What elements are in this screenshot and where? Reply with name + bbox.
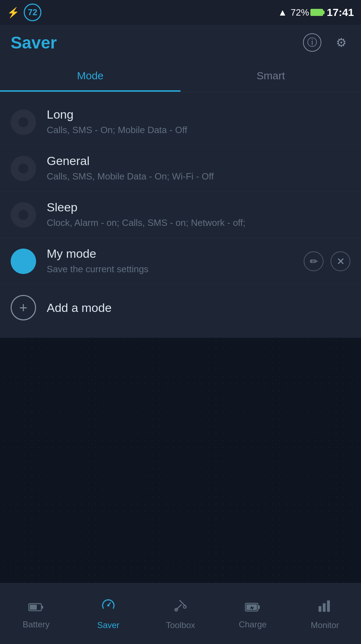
mode-desc-mymode: Save the current settings xyxy=(47,263,293,275)
radio-inner xyxy=(18,164,28,173)
mode-item-long[interactable]: Long Calls, SMS - On; Mobile Data - Off xyxy=(0,99,361,145)
mode-text-long: Long Calls, SMS - On; Mobile Data - Off xyxy=(47,108,350,136)
add-mode-label: Add a mode xyxy=(47,301,111,315)
delete-mode-button[interactable]: ✕ xyxy=(331,251,350,271)
monitor-nav-icon xyxy=(317,598,333,617)
plus-icon: + xyxy=(19,300,27,316)
mode-text-general: General Calls, SMS, Mobile Data - On; Wi… xyxy=(47,154,350,183)
app-bar-actions: ⓘ ⚙ xyxy=(303,33,350,52)
radio-long[interactable] xyxy=(11,109,36,135)
radio-mymode[interactable] xyxy=(11,249,36,274)
nav-toolbox-label: Toolbox xyxy=(166,620,195,630)
status-bar: ⚡ 72 ▲ 72% 17:41 xyxy=(0,0,361,25)
battery-status: 72% xyxy=(291,7,323,18)
mode-desc-general: Calls, SMS, Mobile Data - On; Wi-Fi - Of… xyxy=(47,170,350,183)
nav-toolbox[interactable]: Toolbox xyxy=(144,583,217,644)
radio-general[interactable] xyxy=(11,156,36,181)
nav-saver-label: Saver xyxy=(97,620,120,630)
radio-inner xyxy=(18,210,28,220)
nav-charge[interactable]: Charge xyxy=(217,583,289,644)
mymode-actions: ✏ ✕ xyxy=(304,251,350,271)
mode-desc-long: Calls, SMS - On; Mobile Data - Off xyxy=(47,124,350,136)
svg-rect-15 xyxy=(327,600,330,612)
nav-saver[interactable]: Saver xyxy=(72,583,144,644)
svg-line-5 xyxy=(176,605,181,610)
svg-point-4 xyxy=(107,604,109,606)
mode-name-sleep: Sleep xyxy=(47,200,350,214)
tab-smart-label: Smart xyxy=(257,70,285,85)
mode-name-long: Long xyxy=(47,108,350,121)
mode-list: Long Calls, SMS - On; Mobile Data - Off … xyxy=(0,92,361,338)
svg-rect-1 xyxy=(30,605,37,610)
gear-icon: ⚙ xyxy=(336,35,346,50)
svg-rect-12 xyxy=(258,605,260,609)
svg-rect-13 xyxy=(319,606,321,612)
mode-item-general[interactable]: General Calls, SMS, Mobile Data - On; Wi… xyxy=(0,146,361,192)
radio-sleep[interactable] xyxy=(11,202,36,228)
svg-point-8 xyxy=(183,605,186,608)
mode-name-general: General xyxy=(47,154,350,168)
nav-monitor[interactable]: Monitor xyxy=(289,583,361,644)
toolbox-nav-icon xyxy=(173,598,188,617)
dark-panel xyxy=(0,338,361,592)
radio-inner xyxy=(18,117,28,127)
bottom-nav: Battery Saver Toolbox xyxy=(0,583,361,644)
tab-mode-label: Mode xyxy=(77,70,103,85)
status-right: ▲ 72% 17:41 xyxy=(278,6,354,18)
saver-nav-icon xyxy=(101,598,116,617)
app-bar: Saver ⓘ ⚙ xyxy=(0,25,361,60)
mode-name-mymode: My mode xyxy=(47,247,293,261)
usb-icon: ⚡ xyxy=(7,7,19,18)
status-left: ⚡ 72 xyxy=(7,4,41,21)
pencil-icon: ✏ xyxy=(310,256,318,267)
edit-mode-button[interactable]: ✏ xyxy=(304,251,323,271)
info-icon: ⓘ xyxy=(307,36,317,49)
mode-item-mymode[interactable]: My mode Save the current settings ✏ ✕ xyxy=(0,238,361,284)
mode-text-mymode: My mode Save the current settings xyxy=(47,247,293,275)
add-circle-button[interactable]: + xyxy=(11,295,36,320)
settings-button[interactable]: ⚙ xyxy=(332,33,350,52)
battery-nav-icon xyxy=(28,598,44,616)
mode-item-sleep[interactable]: Sleep Clock, Alarm - on; Calls, SMS - on… xyxy=(0,192,361,238)
tab-bar: Mode Smart xyxy=(0,60,361,92)
app-title: Saver xyxy=(11,33,57,52)
info-button[interactable]: ⓘ xyxy=(303,33,321,52)
nav-battery[interactable]: Battery xyxy=(0,583,72,644)
nav-battery-label: Battery xyxy=(23,620,50,629)
svg-rect-2 xyxy=(41,606,43,609)
signal-icon: ▲ xyxy=(278,7,287,18)
notification-badge: 72 xyxy=(24,4,41,21)
mode-text-sleep: Sleep Clock, Alarm - on; Calls, SMS - on… xyxy=(47,200,350,229)
tab-mode[interactable]: Mode xyxy=(0,63,180,92)
nav-charge-label: Charge xyxy=(239,620,267,629)
nav-monitor-label: Monitor xyxy=(311,620,339,630)
svg-rect-14 xyxy=(323,603,326,612)
battery-icon xyxy=(310,9,323,16)
charge-nav-icon xyxy=(245,598,260,616)
close-icon: ✕ xyxy=(337,256,345,267)
mode-desc-sleep: Clock, Alarm - on; Calls, SMS - on; Netw… xyxy=(47,216,350,229)
tab-smart[interactable]: Smart xyxy=(180,63,361,92)
add-mode-item[interactable]: + Add a mode xyxy=(0,285,361,331)
time-display: 17:41 xyxy=(327,6,354,18)
